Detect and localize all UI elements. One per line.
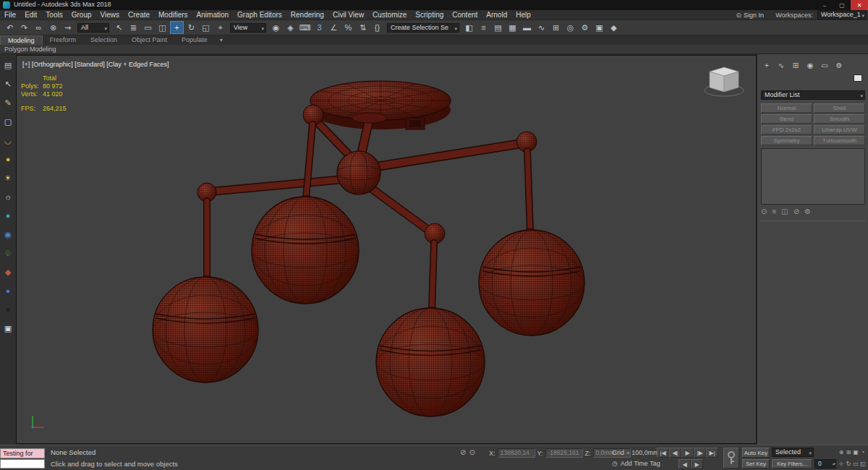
key-mode-dropdown[interactable]: Selected xyxy=(772,448,814,457)
modifier-preset-button[interactable]: Bend xyxy=(761,114,812,124)
pan-icon[interactable]: ⊹ xyxy=(838,459,845,469)
layer-manager-icon[interactable]: ▤ xyxy=(491,21,505,34)
scene-explorer-icon[interactable]: ▦ xyxy=(506,21,519,34)
menu-item[interactable]: Arnold xyxy=(482,10,511,20)
previous-frame-button[interactable]: ◀| xyxy=(669,448,681,458)
ribbon-section-bar[interactable]: Polygon Modeling xyxy=(0,45,868,54)
hierarchy-tab-icon[interactable]: ⊞ xyxy=(791,60,801,70)
menu-item[interactable]: Views xyxy=(96,10,124,20)
modifier-preset-button[interactable]: Smooth xyxy=(814,114,865,124)
ribbon-toggle-icon[interactable]: ▬ xyxy=(520,21,534,34)
object-color-swatch[interactable] xyxy=(854,74,862,82)
maximize-viewport-toggle-icon[interactable]: ◱ xyxy=(859,459,867,469)
material-editor-icon[interactable]: ◎ xyxy=(563,21,577,34)
menu-item[interactable]: Modifiers xyxy=(154,10,192,20)
select-and-place-icon[interactable]: ⌖ xyxy=(213,21,227,34)
motion-tab-icon[interactable]: ◉ xyxy=(805,60,815,70)
orbit-icon[interactable]: ↻ xyxy=(845,459,852,469)
viewport-layout-tab-icon[interactable]: ▤ xyxy=(0,56,16,74)
modifier-preset-button[interactable]: FFD 2x2x2 xyxy=(761,125,812,134)
maximize-button[interactable]: ▢ xyxy=(833,0,851,10)
viewport[interactable]: [+] [Orthographic] [Standard] [Clay + Ed… xyxy=(16,55,757,444)
light-icon[interactable]: ☀ xyxy=(0,168,16,187)
snap-toggle-3d-icon[interactable]: 3 xyxy=(312,21,326,34)
make-unique-icon[interactable]: ◫ xyxy=(781,208,788,215)
viewcube[interactable] xyxy=(705,67,744,96)
workspace-dropdown[interactable]: Workspace_1 xyxy=(817,10,867,20)
go-to-end-button[interactable]: ▶| xyxy=(706,448,718,458)
next-key-button[interactable]: ▶ xyxy=(691,459,703,469)
modifier-preset-button[interactable]: Symmetry xyxy=(761,136,812,145)
use-pivot-center-icon[interactable]: ◉ xyxy=(269,21,283,34)
align-icon[interactable]: ≡ xyxy=(477,21,490,34)
zoom-all-icon[interactable]: ⊞ xyxy=(845,448,852,457)
white-cube-icon[interactable]: ▣ xyxy=(0,319,16,338)
snowflake-icon[interactable]: ☼ xyxy=(0,187,16,206)
isolate-selection-icon[interactable]: ⊘ xyxy=(460,448,466,456)
menu-item[interactable]: Content xyxy=(448,10,482,20)
mirror-icon[interactable]: ◧ xyxy=(462,21,476,34)
go-to-start-button[interactable]: |◀ xyxy=(657,448,669,458)
zoom-icon[interactable]: ⊕ xyxy=(838,448,845,457)
menu-item[interactable]: Create xyxy=(124,10,154,20)
viewport-3d-model[interactable] xyxy=(17,56,756,443)
select-object-icon[interactable]: ↖ xyxy=(112,21,126,34)
remove-modifier-icon[interactable]: ⊘ xyxy=(793,208,799,215)
menu-item[interactable]: Animation xyxy=(192,10,233,20)
configure-modifier-sets-icon[interactable]: ⚙ xyxy=(804,208,811,215)
rectangular-selection-region-icon[interactable]: ▭ xyxy=(141,21,155,34)
pin-stack-icon[interactable]: ⊙ xyxy=(761,208,767,215)
select-and-scale-icon[interactable]: ◱ xyxy=(199,21,213,34)
ribbon-tab[interactable]: Modeling xyxy=(0,35,43,45)
previous-key-button[interactable]: ◀ xyxy=(678,459,691,469)
red-gem-icon[interactable]: ◆ xyxy=(0,262,16,281)
select-by-name-icon[interactable]: ≣ xyxy=(127,21,140,34)
rendered-frame-window-icon[interactable]: ▣ xyxy=(592,21,606,34)
modifier-preset-button[interactable]: Shell xyxy=(814,103,865,113)
menu-item[interactable]: Customize xyxy=(368,10,411,20)
spinner-snap-icon[interactable]: ⇅ xyxy=(356,21,370,34)
menu-item[interactable]: Group xyxy=(67,10,96,20)
modifier-preset-button[interactable]: Turbosmooth xyxy=(814,136,865,145)
modify-tab-icon[interactable]: ∿ xyxy=(776,60,786,70)
display-tab-icon[interactable]: ▭ xyxy=(820,60,830,70)
reference-coordinate-dropdown[interactable]: View xyxy=(230,23,266,33)
undo-icon[interactable]: ↶ xyxy=(3,21,17,34)
zoom-region-icon[interactable]: ▭ xyxy=(852,459,859,469)
current-frame-field[interactable]: 0 xyxy=(814,459,836,469)
gold-bowl-icon[interactable]: ◡ xyxy=(0,131,16,150)
curve-editor-icon[interactable]: ∿ xyxy=(535,21,548,34)
minimize-button[interactable]: – xyxy=(816,0,833,10)
select-and-move-icon[interactable]: + xyxy=(170,21,184,34)
ribbon-tab[interactable]: Selection xyxy=(83,35,124,45)
selection-filter-dropdown[interactable]: All xyxy=(77,23,109,33)
show-end-result-icon[interactable]: ≡ xyxy=(772,208,776,215)
modifier-stack-list[interactable] xyxy=(761,148,865,205)
y-coordinate-field[interactable]: -18626,161 xyxy=(545,448,583,458)
close-button[interactable]: ✕ xyxy=(851,0,868,10)
select-and-manipulate-icon[interactable]: ◈ xyxy=(284,21,297,34)
menu-item[interactable]: File xyxy=(0,10,20,20)
modifier-preset-button[interactable]: Unwrap UVW xyxy=(814,125,865,134)
menu-item[interactable]: Help xyxy=(511,10,535,20)
viewport-label[interactable]: [+] [Orthographic] [Standard] [Clay + Ed… xyxy=(22,61,169,68)
angle-snap-icon[interactable]: ∠ xyxy=(327,21,341,34)
set-key-button[interactable]: Set Key xyxy=(742,459,770,469)
keyboard-shortcut-override-icon[interactable]: ⌨ xyxy=(298,21,312,34)
white-frame-icon[interactable]: ▢ xyxy=(0,112,16,131)
redo-icon[interactable]: ↷ xyxy=(17,21,31,34)
menu-item[interactable]: Edit xyxy=(20,10,41,20)
named-selection-set-dropdown[interactable]: Create Selection Se xyxy=(387,23,459,33)
edit-named-selection-sets-icon[interactable]: {} xyxy=(370,21,384,34)
play-button[interactable]: ▶ xyxy=(681,448,694,458)
modifier-preset-button[interactable]: Normal xyxy=(761,103,812,113)
blue-sphere-icon[interactable]: ● xyxy=(0,281,16,300)
add-time-tag[interactable]: ◷ Add Time Tag xyxy=(612,460,660,467)
sign-in-menu[interactable]: ⊙ Sign In xyxy=(736,12,772,19)
render-production-icon[interactable]: ◆ xyxy=(607,21,621,34)
select-and-link-icon[interactable]: ∞ xyxy=(32,21,46,34)
ribbon-options-icon[interactable]: ▾ xyxy=(215,35,228,45)
maxscript-mini-listener[interactable] xyxy=(0,459,45,469)
ribbon-tab[interactable]: Freeform xyxy=(43,35,84,45)
unlink-selection-icon[interactable]: ⊗ xyxy=(46,21,60,34)
